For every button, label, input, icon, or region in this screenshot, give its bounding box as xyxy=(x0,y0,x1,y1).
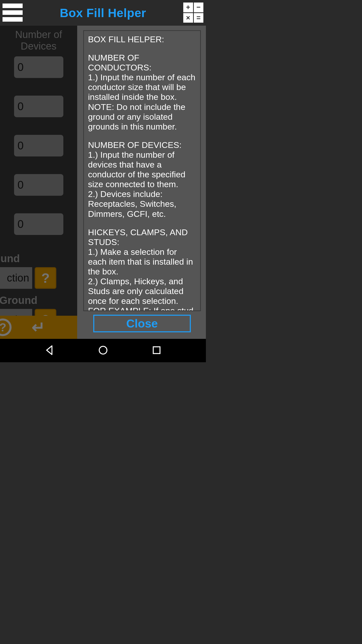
header: Box Fill Helper + − × = xyxy=(0,0,206,26)
help-section-heading-2: NUMBER OF DEVICES: xyxy=(88,140,198,150)
help-section-body-2: 1.) Input the number of devices that hav… xyxy=(88,150,198,219)
calc-times: × xyxy=(183,13,193,23)
help-section-body-1: 1.) Input the number of each conductor s… xyxy=(88,72,198,132)
ground-label: round xyxy=(0,253,77,265)
svg-rect-1 xyxy=(153,347,160,353)
help-section-heading-1: NUMBER OF CONDUCTORS: xyxy=(88,53,198,72)
help-panel: BOX FILL HELPER: NUMBER OF CONDUCTORS: 1… xyxy=(77,26,206,339)
device-count-input-1[interactable]: 0 xyxy=(14,56,63,78)
svg-point-0 xyxy=(99,346,107,354)
home-icon[interactable] xyxy=(97,344,109,357)
device-count-input-3[interactable]: 0 xyxy=(14,135,63,156)
close-button[interactable]: Close xyxy=(93,315,191,332)
help-section-body-3: 1.) Make a selection for each item that … xyxy=(88,247,198,311)
app-title: Box Fill Helper xyxy=(60,6,146,20)
device-count-input-2[interactable]: 0 xyxy=(14,96,63,117)
ground-select[interactable]: ction xyxy=(0,267,32,289)
isolated-ground-label: d Ground xyxy=(0,294,77,306)
device-count-input-4[interactable]: 0 xyxy=(14,174,63,196)
sidebar: Number of Devices 0 0 0 0 0 round ction … xyxy=(0,26,77,339)
device-count-input-5[interactable]: 0 xyxy=(14,213,63,235)
help-icon[interactable]: ? xyxy=(0,318,12,336)
recent-apps-icon[interactable] xyxy=(151,344,162,357)
menu-icon[interactable] xyxy=(3,3,23,23)
calc-minus: − xyxy=(194,3,204,12)
calc-plus: + xyxy=(183,3,193,12)
help-title: BOX FILL HELPER: xyxy=(88,34,198,44)
back-icon[interactable] xyxy=(44,344,55,357)
system-navbar xyxy=(0,339,206,362)
sidebar-heading: Number of Devices xyxy=(0,29,77,56)
ground-help-icon[interactable]: ? xyxy=(35,267,56,289)
enter-icon[interactable]: ↵ xyxy=(32,318,45,337)
help-section-heading-3: HICKEYS, CLAMPS, AND STUDS: xyxy=(88,227,198,247)
help-text: BOX FILL HELPER: NUMBER OF CONDUCTORS: 1… xyxy=(83,30,201,311)
bottom-toolbar: ? ↵ xyxy=(0,316,77,339)
calc-equals: = xyxy=(194,13,204,23)
calculator-icon[interactable]: + − × = xyxy=(183,3,203,23)
